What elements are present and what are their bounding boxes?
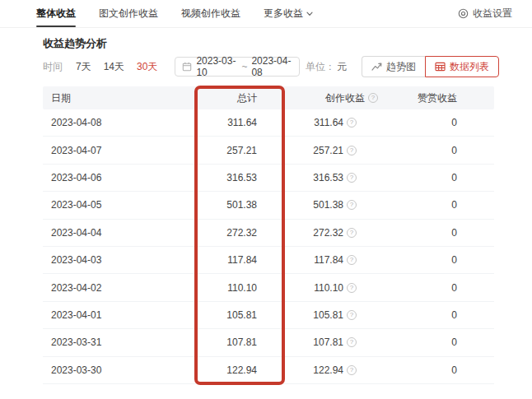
cell-reward: 0 bbox=[393, 117, 494, 128]
cell-total: 107.81 bbox=[199, 336, 294, 348]
column-header-total: 总计 bbox=[199, 91, 294, 105]
table-header-row: 日期 总计 创作收益 ? 赞赏收益 bbox=[43, 86, 494, 109]
cell-reward: 0 bbox=[393, 309, 494, 321]
cell-total: 122.94 bbox=[199, 364, 294, 376]
info-icon[interactable]: ? bbox=[347, 283, 357, 293]
info-icon[interactable]: ? bbox=[347, 337, 357, 347]
cell-total: 117.84 bbox=[199, 254, 294, 266]
top-nav: 整体收益 图文创作收益 视频创作收益 更多收益 收益设置 bbox=[0, 0, 532, 28]
info-icon[interactable]: ? bbox=[347, 255, 357, 265]
cell-reward: 0 bbox=[393, 336, 494, 348]
table-row: 2023-03-31 107.81 107.81? 0 bbox=[43, 329, 494, 356]
table-row: 2023-04-04 272.32 272.32? 0 bbox=[43, 220, 494, 247]
calendar-icon bbox=[182, 62, 192, 72]
tab-more-label: 更多收益 bbox=[264, 7, 303, 21]
cell-creation: 316.53? bbox=[294, 172, 393, 183]
cell-date: 2023-04-05 bbox=[43, 199, 199, 211]
cell-date: 2023-03-30 bbox=[43, 364, 199, 376]
tab-article-earnings[interactable]: 图文创作收益 bbox=[99, 0, 158, 27]
info-icon[interactable]: ? bbox=[347, 173, 357, 183]
cell-total: 316.53 bbox=[199, 172, 294, 183]
info-icon[interactable]: ? bbox=[347, 228, 357, 238]
info-icon[interactable]: ? bbox=[347, 118, 357, 128]
filter-toolbar: 时间 7天 14天 30天 2023-03-10 ~ 2023-04-08 单位… bbox=[43, 56, 499, 77]
help-icon[interactable]: ? bbox=[368, 93, 378, 103]
table-row: 2023-04-06 316.53 316.53? 0 bbox=[43, 165, 494, 192]
tab-more-earnings[interactable]: 更多收益 bbox=[264, 0, 313, 27]
gear-icon bbox=[458, 8, 469, 19]
range-option-14d[interactable]: 14天 bbox=[104, 60, 124, 74]
page-title: 收益趋势分析 bbox=[43, 36, 107, 51]
cell-date: 2023-04-07 bbox=[43, 145, 199, 156]
earnings-settings-button[interactable]: 收益设置 bbox=[458, 7, 512, 21]
info-icon[interactable]: ? bbox=[347, 365, 357, 375]
table-row: 2023-04-01 105.81 105.81? 0 bbox=[43, 302, 494, 329]
info-icon[interactable]: ? bbox=[347, 200, 357, 210]
cell-date: 2023-04-01 bbox=[43, 309, 199, 321]
view-switcher: 趋势图 数据列表 bbox=[362, 56, 499, 77]
earnings-table: 日期 总计 创作收益 ? 赞赏收益 2023-04-08 311.64 311.… bbox=[43, 86, 494, 384]
settings-label: 收益设置 bbox=[473, 7, 512, 21]
earnings-dashboard: 整体收益 图文创作收益 视频创作收益 更多收益 收益设置 收益趋势分析 时间 7… bbox=[0, 0, 532, 399]
cell-total: 272.32 bbox=[199, 227, 294, 239]
unit-label: 单位：元 bbox=[306, 60, 347, 74]
cell-creation: 110.10? bbox=[294, 282, 393, 294]
cell-creation: 117.84? bbox=[294, 254, 393, 266]
cell-creation: 257.21? bbox=[294, 145, 393, 156]
cell-date: 2023-03-31 bbox=[43, 336, 199, 348]
cell-reward: 0 bbox=[393, 282, 494, 294]
data-list-button[interactable]: 数据列表 bbox=[425, 56, 499, 77]
cell-date: 2023-04-02 bbox=[43, 282, 199, 294]
column-header-date: 日期 bbox=[43, 91, 199, 105]
unit-value: 元 bbox=[337, 61, 347, 72]
date-range-start: 2023-03-10 bbox=[196, 55, 237, 78]
cell-creation: 107.81? bbox=[294, 336, 393, 348]
cell-total: 105.81 bbox=[199, 309, 294, 321]
cell-creation: 311.64? bbox=[294, 117, 393, 128]
tab-video-earnings[interactable]: 视频创作收益 bbox=[181, 0, 240, 27]
date-range-picker[interactable]: 2023-03-10 ~ 2023-04-08 bbox=[175, 57, 300, 77]
table-row: 2023-04-03 117.84 117.84? 0 bbox=[43, 247, 494, 274]
table-row: 2023-04-07 257.21 257.21? 0 bbox=[43, 137, 494, 164]
cell-date: 2023-04-08 bbox=[43, 117, 199, 128]
table-row: 2023-04-08 311.64 311.64? 0 bbox=[43, 109, 494, 137]
data-list-icon bbox=[435, 62, 446, 72]
cell-total: 110.10 bbox=[199, 282, 294, 294]
cell-reward: 0 bbox=[393, 199, 494, 211]
cell-total: 311.64 bbox=[199, 117, 294, 128]
trend-chart-label: 趋势图 bbox=[386, 60, 416, 74]
cell-date: 2023-04-06 bbox=[43, 172, 199, 183]
table-row: 2023-04-05 501.38 501.38? 0 bbox=[43, 192, 494, 219]
table-row: 2023-04-02 110.10 110.10? 0 bbox=[43, 274, 494, 301]
info-icon[interactable]: ? bbox=[347, 146, 357, 155]
nav-tabs: 整体收益 图文创作收益 视频创作收益 更多收益 bbox=[0, 0, 313, 27]
chevron-down-icon bbox=[306, 12, 313, 16]
range-option-30d[interactable]: 30天 bbox=[137, 60, 157, 74]
time-filter-label: 时间 bbox=[43, 60, 63, 74]
cell-date: 2023-04-04 bbox=[43, 227, 199, 239]
cell-total: 501.38 bbox=[199, 199, 294, 211]
cell-reward: 0 bbox=[393, 227, 494, 239]
cell-creation: 501.38? bbox=[294, 199, 393, 211]
table-row: 2023-03-30 122.94 122.94? 0 bbox=[43, 357, 494, 384]
range-option-7d[interactable]: 7天 bbox=[76, 60, 91, 74]
column-header-reward: 赞赏收益 bbox=[393, 91, 494, 105]
cell-reward: 0 bbox=[393, 172, 494, 183]
cell-creation: 272.32? bbox=[294, 227, 393, 239]
trend-chart-button[interactable]: 趋势图 bbox=[362, 56, 425, 77]
date-range-end: 2023-04-08 bbox=[251, 55, 292, 78]
tab-overall-earnings[interactable]: 整体收益 bbox=[36, 0, 76, 27]
cell-reward: 0 bbox=[393, 364, 494, 376]
date-range-separator: ~ bbox=[241, 61, 247, 72]
cell-reward: 0 bbox=[393, 145, 494, 156]
trend-chart-icon bbox=[371, 62, 382, 72]
cell-date: 2023-04-03 bbox=[43, 254, 199, 266]
data-list-label: 数据列表 bbox=[450, 60, 489, 74]
cell-reward: 0 bbox=[393, 254, 494, 266]
cell-creation: 122.94? bbox=[294, 364, 393, 376]
cell-creation: 105.81? bbox=[294, 309, 393, 321]
cell-total: 257.21 bbox=[199, 145, 294, 156]
info-icon[interactable]: ? bbox=[347, 310, 357, 320]
column-header-creation: 创作收益 ? bbox=[294, 91, 393, 105]
